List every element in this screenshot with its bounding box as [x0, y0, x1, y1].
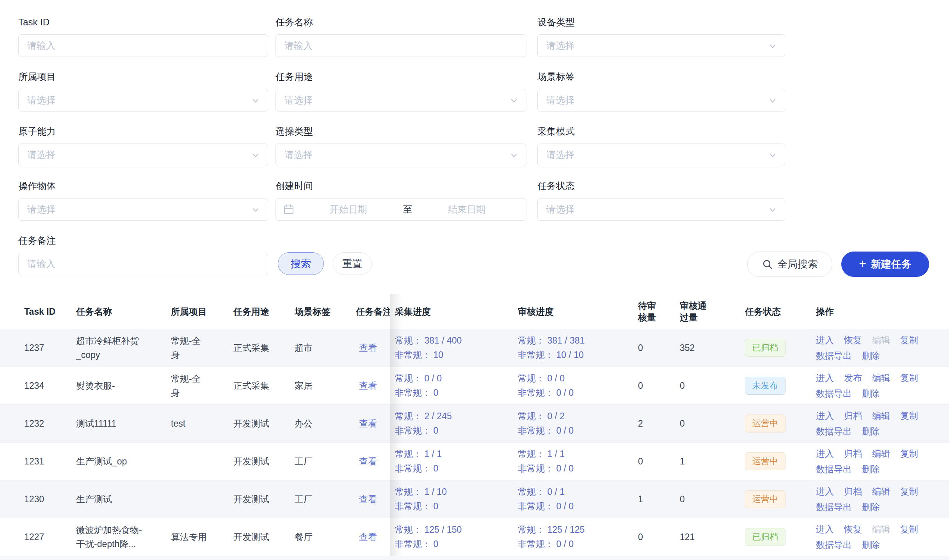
action-link[interactable]: 数据导出: [816, 386, 852, 401]
review-progress-cell: 常规： 125 / 125非常规： 0 / 0: [518, 518, 634, 556]
action-link[interactable]: 恢复: [844, 333, 862, 347]
daterange-input[interactable]: 开始日期至结束日期: [275, 198, 526, 221]
text-input[interactable]: 请输入: [18, 253, 268, 275]
text-input[interactable]: 请输入: [18, 34, 268, 57]
approved-count-cell: 0: [680, 405, 742, 442]
action-link[interactable]: 数据导出: [816, 538, 852, 552]
global-search-button[interactable]: 全局搜索: [747, 252, 832, 277]
column-header-label: 任务用途: [233, 306, 269, 318]
action-link[interactable]: 复制: [900, 371, 918, 385]
field-label: 任务状态: [537, 179, 785, 193]
action-link[interactable]: 删除: [862, 386, 880, 401]
action-link[interactable]: 归档: [844, 484, 862, 498]
action-link[interactable]: 删除: [862, 500, 880, 514]
action-link[interactable]: 进入: [816, 333, 834, 347]
review-irregular-value: 非常规： 0 / 0: [518, 461, 574, 476]
action-link[interactable]: 编辑: [872, 484, 890, 498]
project-cell: 常规-全身: [171, 367, 208, 404]
action-link[interactable]: 数据导出: [816, 462, 852, 476]
column-header-label: 任务状态: [745, 306, 781, 318]
chevron-down-icon: [510, 96, 518, 106]
search-button[interactable]: 搜索: [278, 252, 324, 275]
action-link[interactable]: 恢复: [844, 522, 862, 536]
view-remark-link[interactable]: 查看: [359, 493, 377, 505]
reset-button[interactable]: 重置: [333, 252, 372, 275]
pending-count-cell: 0: [638, 443, 677, 480]
task-name-value: 测试11111: [76, 416, 116, 431]
action-link[interactable]: 删除: [862, 462, 880, 476]
task-name-value: 生产测试: [76, 492, 112, 506]
action-link[interactable]: 编辑: [872, 409, 890, 423]
select-input[interactable]: 请选择: [18, 89, 268, 112]
column-header-10: 任务状态: [745, 294, 813, 329]
collect-regular-value: 常规： 125 / 150: [395, 523, 462, 537]
project-cell: [171, 480, 208, 518]
view-remark-link[interactable]: 查看: [359, 531, 377, 543]
view-remark-link[interactable]: 查看: [359, 455, 377, 468]
action-link[interactable]: 复制: [900, 522, 918, 536]
field-label: 遥操类型: [275, 125, 526, 138]
approved-count-cell: 0: [680, 367, 742, 404]
action-link[interactable]: 编辑: [872, 371, 890, 385]
filter-field-0: Task ID请输入: [18, 16, 268, 57]
start-date-placeholder[interactable]: 开始日期: [296, 203, 401, 216]
task-name-cell: 生产测试_op: [76, 443, 150, 480]
action-link[interactable]: 进入: [816, 371, 834, 385]
action-link[interactable]: 复制: [900, 447, 918, 461]
chevron-down-icon: [768, 96, 777, 106]
select-input[interactable]: 请选择: [18, 198, 268, 221]
action-link[interactable]: 复制: [900, 484, 918, 498]
approved-count-value: 0: [680, 494, 685, 505]
placeholder-text: 请选择: [284, 149, 313, 161]
action-link[interactable]: 归档: [844, 409, 862, 423]
filter-field-5: 场景标签请选择: [537, 70, 785, 112]
collect-irregular-value: 非常规： 0: [395, 461, 442, 476]
collect-irregular-value: 非常规： 0: [395, 386, 442, 400]
action-link[interactable]: 进入: [816, 484, 834, 498]
action-link[interactable]: 复制: [900, 409, 918, 423]
select-input[interactable]: 请选择: [18, 144, 268, 166]
new-task-button[interactable]: + 新建任务: [841, 252, 929, 277]
select-input[interactable]: 请选择: [537, 89, 785, 112]
select-input[interactable]: 请选择: [537, 144, 785, 166]
plus-icon: +: [859, 257, 866, 270]
field-label: 任务备注: [18, 234, 268, 247]
scene-cell: 超市: [295, 329, 352, 367]
collect-regular-value: 常规： 1 / 10: [395, 485, 447, 499]
view-remark-link[interactable]: 查看: [359, 380, 377, 392]
select-input[interactable]: 请选择: [537, 198, 785, 221]
action-link[interactable]: 删除: [862, 538, 880, 552]
action-link[interactable]: 删除: [862, 424, 880, 438]
action-link[interactable]: 数据导出: [816, 500, 852, 514]
view-remark-link[interactable]: 查看: [359, 342, 377, 354]
action-link[interactable]: 复制: [900, 333, 918, 347]
approved-count-value: 352: [680, 343, 695, 353]
action-link[interactable]: 删除: [862, 349, 880, 363]
column-header-7: 审核进度: [518, 294, 634, 329]
action-link[interactable]: 进入: [816, 522, 834, 536]
table-row: 1227微波炉加热食物-干扰-depth降...算法专用开发测试餐厅查看常规： …: [0, 518, 949, 556]
task-id-cell: 1227: [24, 518, 76, 556]
view-remark-link[interactable]: 查看: [359, 418, 377, 430]
action-link[interactable]: 进入: [816, 409, 834, 423]
select-input[interactable]: 请选择: [537, 34, 785, 57]
collect-progress-cell: 常规： 1 / 1非常规： 0: [395, 443, 514, 480]
select-input[interactable]: 请选择: [275, 144, 526, 166]
action-link[interactable]: 数据导出: [816, 349, 852, 363]
column-header-label: 任务名称: [76, 306, 112, 318]
scene-value: 工厂: [295, 455, 313, 468]
text-input[interactable]: 请输入: [275, 34, 526, 57]
filter-field-12: 任务备注请输入: [18, 234, 268, 275]
project-value: 常规-全身: [171, 334, 208, 362]
end-date-placeholder[interactable]: 结束日期: [415, 203, 519, 216]
select-input[interactable]: 请选择: [275, 89, 526, 112]
status-badge: 运营中: [745, 490, 786, 508]
placeholder-text: 请选择: [546, 149, 574, 161]
action-link[interactable]: 发布: [844, 371, 862, 385]
action-link[interactable]: 数据导出: [816, 424, 852, 438]
action-link[interactable]: 进入: [816, 447, 834, 461]
action-link[interactable]: 归档: [844, 447, 862, 461]
task-id-cell: 1234: [24, 367, 76, 404]
actions-cell: 进入恢复编辑复制数据导出删除: [816, 329, 945, 367]
action-link[interactable]: 编辑: [872, 447, 890, 461]
